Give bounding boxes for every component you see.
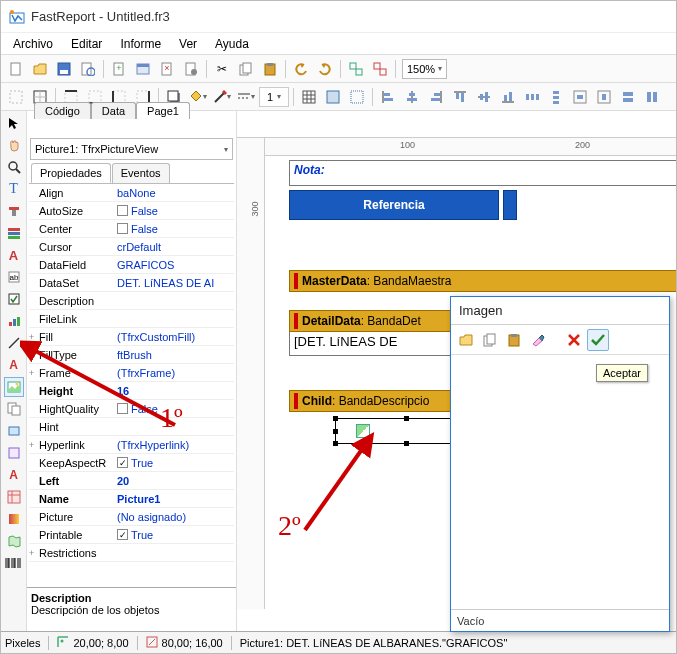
dlg-copy-button[interactable] (479, 329, 501, 351)
nota-memo[interactable]: Nota: (289, 160, 676, 186)
checkbox-icon[interactable]: ✓ (117, 529, 128, 540)
subreport-tool[interactable] (4, 399, 24, 419)
delpage-button[interactable]: × (156, 58, 178, 80)
menu-ver[interactable]: Ver (171, 35, 205, 53)
image-dialog-title[interactable]: Imagen (451, 297, 669, 325)
ole-tool[interactable] (4, 443, 24, 463)
crosstab-tool[interactable] (4, 487, 24, 507)
prop-picture-v[interactable]: (No asignado) (117, 509, 234, 524)
save-button[interactable] (53, 58, 75, 80)
memo-tool[interactable]: A (4, 245, 24, 265)
zoom-combo[interactable]: 150% ▾ (402, 59, 447, 79)
border-none-button[interactable] (5, 86, 27, 108)
align-bottom-button[interactable] (497, 86, 519, 108)
prop-filltype-v[interactable]: ftBrush (117, 347, 234, 362)
prop-hyperlink-k[interactable]: Hyperlink (29, 437, 117, 452)
space-h-button[interactable] (521, 86, 543, 108)
prop-frame-v[interactable]: (TfrxFrame) (117, 365, 234, 380)
resize-handle-nw[interactable] (333, 416, 338, 421)
cut-button[interactable]: ✂ (211, 58, 233, 80)
prop-description-v[interactable] (117, 293, 234, 308)
referencia-header[interactable]: Referencia (289, 190, 499, 220)
resize-handle-w[interactable] (333, 429, 338, 434)
samewidth-button[interactable] (617, 86, 639, 108)
copy-button[interactable] (235, 58, 257, 80)
resize-handle-n[interactable] (404, 416, 409, 421)
prop-restrictions-k[interactable]: Restrictions (29, 545, 117, 560)
paste-button[interactable] (259, 58, 281, 80)
align-left-button[interactable] (377, 86, 399, 108)
line-tool[interactable] (4, 333, 24, 353)
prop-keepaspect-v[interactable]: ✓True (117, 455, 234, 470)
linecolor-button[interactable]: ▾ (211, 86, 233, 108)
shape-tool[interactable] (4, 421, 24, 441)
detaildata-band[interactable]: DetailData: BandaDet (289, 310, 465, 332)
child-band[interactable]: Child: BandaDescripcio (289, 390, 465, 412)
prop-hightquality-v[interactable]: False (117, 401, 234, 416)
center-h-button[interactable] (569, 86, 591, 108)
tab-codigo[interactable]: Código (34, 111, 91, 119)
undo-button[interactable] (290, 58, 312, 80)
redo-button[interactable] (314, 58, 336, 80)
zoom-tool[interactable] (4, 157, 24, 177)
gradient-tool[interactable] (4, 509, 24, 529)
prop-left-v[interactable]: 20 (117, 473, 234, 488)
prop-autosize-v[interactable]: False (117, 203, 234, 218)
open-button[interactable] (29, 58, 51, 80)
detail-memo[interactable]: [DET. LíNEAS DE (289, 332, 465, 356)
prop-height-v[interactable]: 16 (117, 383, 234, 398)
resize-handle-s[interactable] (404, 441, 409, 446)
checkbox-icon[interactable]: ✓ (117, 457, 128, 468)
format-tool[interactable] (4, 201, 24, 221)
dlg-paste-button[interactable] (503, 329, 525, 351)
new-button[interactable] (5, 58, 27, 80)
prop-hyperlink-v[interactable]: (TfrxHyperlink) (117, 437, 234, 452)
band-tool[interactable] (4, 223, 24, 243)
align-center-h-button[interactable] (401, 86, 423, 108)
menu-ayuda[interactable]: Ayuda (207, 35, 257, 53)
checkbox-icon[interactable] (117, 205, 128, 216)
referencia-header-2[interactable] (503, 190, 517, 220)
dlg-accept-button[interactable] (587, 329, 609, 351)
text-tool[interactable]: T (4, 179, 24, 199)
grid-snap-button[interactable] (322, 86, 344, 108)
pagesettings-button[interactable] (180, 58, 202, 80)
menu-editar[interactable]: Editar (63, 35, 110, 53)
preview-button[interactable] (77, 58, 99, 80)
newpage-button[interactable]: + (108, 58, 130, 80)
object-selector[interactable]: Picture1: TfrxPictureView ▾ (30, 138, 233, 160)
hand-tool[interactable] (4, 135, 24, 155)
sysmemo-tool[interactable]: ab (4, 267, 24, 287)
fillcolor-button[interactable]: ▾ (187, 86, 209, 108)
prop-dataset-v[interactable]: DET. LíNEAS DE AI (117, 275, 234, 290)
sameheight-button[interactable] (641, 86, 663, 108)
dlg-open-button[interactable] (455, 329, 477, 351)
linestyle-button[interactable]: ▾ (235, 86, 257, 108)
group-button[interactable] (345, 58, 367, 80)
checkbox-icon[interactable] (117, 403, 128, 414)
masterdata-band[interactable]: MasterData: BandaMaestra (289, 270, 676, 292)
property-grid[interactable]: AlignbaNone AutoSizeFalse CenterFalse Cu… (29, 183, 234, 587)
newdialog-button[interactable] (132, 58, 154, 80)
map-tool[interactable] (4, 531, 24, 551)
tab-eventos[interactable]: Eventos (112, 163, 170, 183)
prop-printable-v[interactable]: ✓True (117, 527, 234, 542)
prop-fill-k[interactable]: Fill (29, 329, 117, 344)
richtext2-tool[interactable]: A (4, 465, 24, 485)
resize-handle-sw[interactable] (333, 441, 338, 446)
prop-center-v[interactable]: False (117, 221, 234, 236)
barcode-tool[interactable] (4, 553, 24, 573)
align-middle-button[interactable] (473, 86, 495, 108)
chart-tool[interactable] (4, 311, 24, 331)
tab-propiedades[interactable]: Propiedades (31, 163, 111, 183)
space-v-button[interactable] (545, 86, 567, 108)
tab-data[interactable]: Data (91, 111, 136, 119)
grid-show-button[interactable] (298, 86, 320, 108)
prop-align-v[interactable]: baNone (117, 185, 234, 200)
checkbox-icon[interactable] (117, 223, 128, 234)
tab-page1[interactable]: Page1 (136, 111, 190, 119)
prop-name-v[interactable]: Picture1 (117, 491, 234, 506)
prop-frame-k[interactable]: Frame (29, 365, 117, 380)
pointer-tool[interactable] (4, 113, 24, 133)
richtext-tool[interactable]: A (4, 355, 24, 375)
